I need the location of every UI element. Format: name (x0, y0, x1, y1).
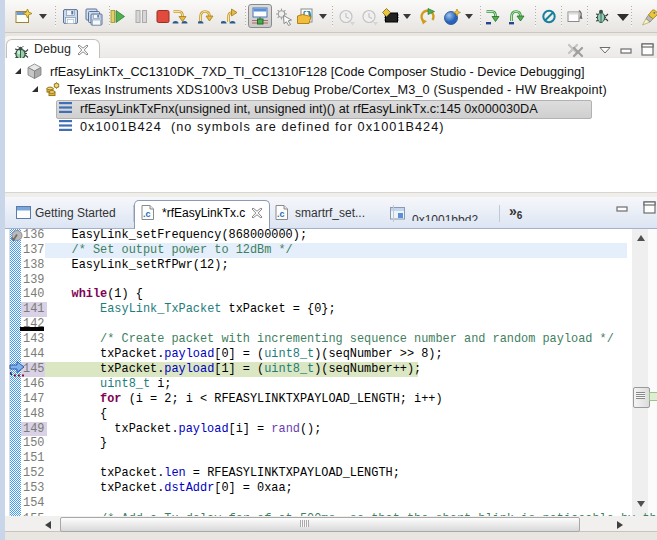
svg-text:.c: .c (277, 209, 285, 219)
svg-text:.c: .c (143, 209, 151, 219)
